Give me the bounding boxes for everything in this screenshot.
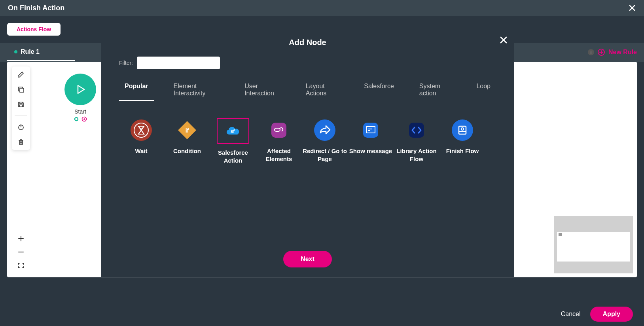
arrow-share-icon	[314, 119, 335, 141]
code-brackets-icon	[406, 119, 427, 141]
svg-rect-17	[409, 123, 424, 138]
save-icon[interactable]	[17, 100, 25, 108]
svg-rect-15	[363, 123, 378, 138]
node-label: Salesforce Action	[211, 149, 255, 164]
category-tab-layout-actions[interactable]: Layout Actions	[300, 79, 344, 101]
filter-row: Filter:	[101, 57, 514, 79]
svg-point-14	[314, 119, 335, 141]
node-label: Show message	[349, 147, 392, 155]
header-title: On Finish Action	[8, 4, 64, 12]
svg-rect-2	[20, 88, 24, 92]
left-toolbar	[12, 66, 30, 150]
node-label: Redirect / Go to Page	[303, 147, 347, 163]
svg-text:sf: sf	[231, 129, 235, 134]
svg-text:if: if	[186, 127, 189, 134]
node-library-action-flow[interactable]: Library Action Flow	[394, 118, 439, 164]
footer: Cancel Apply	[0, 302, 644, 326]
category-tab-user-interaction[interactable]: User Interaction	[239, 79, 286, 101]
cancel-button[interactable]: Cancel	[561, 311, 581, 318]
rule-tab-label: Rule 1	[21, 48, 40, 55]
toolbar-divider	[15, 116, 27, 116]
play-icon	[74, 83, 87, 96]
filter-label: Filter:	[119, 60, 133, 66]
close-icon[interactable]	[628, 4, 636, 12]
category-tab-system-action[interactable]: System action	[414, 79, 457, 101]
info-icon: i	[588, 49, 594, 55]
minimap-node	[559, 233, 562, 236]
node-affected-elements[interactable]: Affected Elements	[257, 118, 301, 164]
node-label: Condition	[173, 147, 201, 155]
rule-status-dot	[14, 50, 17, 53]
minimap[interactable]	[554, 216, 633, 273]
start-plus-icon[interactable]	[81, 116, 87, 122]
plus-circle-icon	[597, 48, 605, 56]
nodes-grid: WaitifConditionsfSalesforce ActionAffect…	[101, 101, 514, 164]
node-label: Finish Flow	[446, 147, 479, 155]
modal-title: Add Node	[101, 38, 514, 47]
svg-point-4	[75, 118, 78, 121]
category-tab-popular[interactable]: Popular	[119, 79, 154, 101]
hourglass-icon	[131, 119, 152, 141]
category-tab-salesforce[interactable]: Salesforce	[358, 79, 400, 101]
node-condition[interactable]: ifCondition	[165, 118, 209, 164]
expand-icon[interactable]	[17, 262, 25, 269]
node-label: Wait	[135, 147, 147, 155]
zoom-in-icon[interactable]	[17, 235, 25, 243]
node-label: Library Action Flow	[394, 147, 439, 163]
node-show-message[interactable]: Show message	[349, 118, 393, 164]
header: On Finish Action	[0, 0, 644, 16]
start-circle[interactable]	[64, 74, 96, 105]
new-rule-label: New Rule	[608, 49, 637, 56]
node-wait[interactable]: Wait	[119, 118, 163, 164]
start-controls	[74, 116, 87, 122]
apply-button[interactable]: Apply	[590, 307, 633, 322]
filter-input[interactable]	[137, 57, 220, 69]
minimap-view	[557, 232, 630, 262]
stop-icon	[452, 119, 473, 141]
zoom-out-icon[interactable]	[17, 248, 25, 256]
node-salesforce-action[interactable]: sfSalesforce Action	[211, 118, 255, 164]
cloud-sf-icon: sf	[222, 120, 244, 142]
category-tab-loop[interactable]: Loop	[471, 79, 496, 101]
zoom-toolbar	[12, 231, 30, 273]
start-node[interactable]: Start	[64, 74, 96, 122]
rule-tab[interactable]: Rule 1	[7, 44, 75, 61]
start-ring-icon[interactable]	[74, 116, 79, 122]
delete-icon[interactable]	[17, 138, 25, 146]
node-finish-flow[interactable]: Finish Flow	[440, 118, 485, 164]
start-label: Start	[74, 108, 86, 115]
message-icon	[360, 119, 381, 141]
power-icon[interactable]	[17, 123, 25, 131]
hand-icon	[268, 119, 290, 141]
actions-flow-button[interactable]: Actions Flow	[7, 23, 61, 36]
svg-rect-12	[271, 123, 286, 138]
next-button[interactable]: Next	[283, 251, 332, 267]
category-tab-element-interactivity[interactable]: Element Interactivity	[168, 79, 225, 101]
node-redirect-go-to-page[interactable]: Redirect / Go to Page	[303, 118, 347, 164]
category-tabs: PopularElement InteractivityUser Interac…	[101, 79, 514, 101]
copy-icon[interactable]	[17, 85, 25, 93]
node-label: Affected Elements	[257, 147, 301, 163]
diamond-icon: if	[176, 119, 198, 141]
add-node-modal: Add Node Filter: PopularElement Interact…	[101, 32, 514, 277]
edit-icon[interactable]	[17, 70, 25, 78]
modal-close-icon[interactable]	[499, 36, 508, 44]
new-rule-button[interactable]: i New Rule	[588, 48, 637, 56]
